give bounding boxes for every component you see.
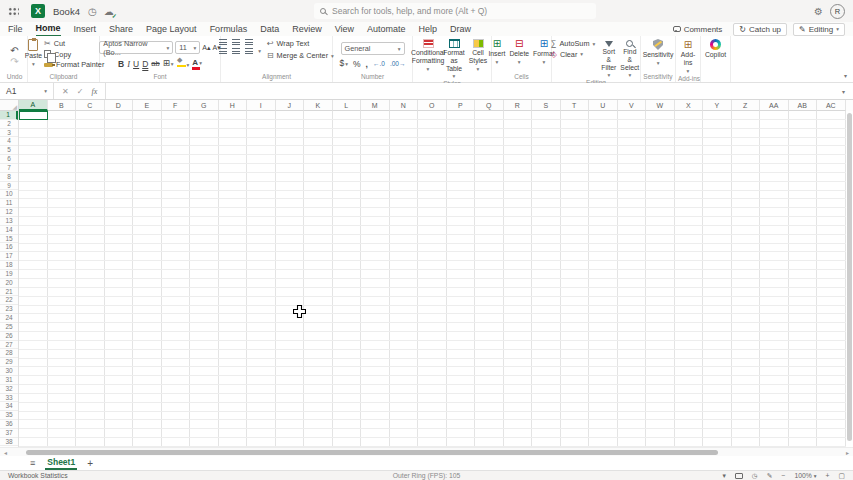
row-header-5[interactable]: 5 <box>0 146 18 155</box>
menu-tab-home[interactable]: Home <box>36 22 61 37</box>
row-header-12[interactable]: 12 <box>0 208 18 217</box>
menu-tab-review[interactable]: Review <box>292 23 322 36</box>
menu-tab-automate[interactable]: Automate <box>367 23 406 36</box>
double-underline-button[interactable]: D <box>142 59 148 69</box>
menu-tab-data[interactable]: Data <box>260 23 279 36</box>
strikethrough-button[interactable]: ab <box>151 59 159 69</box>
align-middle-icon[interactable] <box>232 39 240 45</box>
borders-button[interactable]: ⊞▾ <box>163 58 174 69</box>
row-header-26[interactable]: 26 <box>0 332 18 341</box>
row-header-33[interactable]: 33 <box>0 394 18 403</box>
row-header-1[interactable]: 1 <box>0 111 18 120</box>
app-launcher-icon[interactable] <box>8 6 19 17</box>
vertical-scrollbar-thumb[interactable] <box>847 113 852 441</box>
column-header-y[interactable]: Y <box>703 100 732 111</box>
row-header-24[interactable]: 24 <box>0 314 18 323</box>
grow-font-button[interactable]: A▴ <box>202 43 210 53</box>
column-header-s[interactable]: S <box>532 100 561 111</box>
status-chevron-icon[interactable]: ▾ <box>722 472 725 480</box>
menu-tab-insert[interactable]: Insert <box>74 23 97 36</box>
comma-style-button[interactable]: , <box>366 59 368 69</box>
comments-button[interactable]: Comments <box>668 24 728 35</box>
column-header-n[interactable]: N <box>390 100 419 111</box>
font-size-select[interactable]: 11▾ <box>175 41 200 54</box>
undo-button[interactable]: ↶ <box>10 45 18 56</box>
column-header-c[interactable]: C <box>76 100 105 111</box>
insert-function-icon[interactable]: fx <box>91 87 97 96</box>
column-header-m[interactable]: M <box>361 100 390 111</box>
font-name-select[interactable]: Aptos Narrow (Bo...▾ <box>99 41 173 54</box>
zoom-out-button[interactable]: − <box>781 472 785 479</box>
formula-bar-expand-icon[interactable]: ▾ <box>834 88 853 95</box>
row-header-19[interactable]: 19 <box>0 270 18 279</box>
avatar[interactable]: R <box>830 4 845 19</box>
column-header-l[interactable]: L <box>333 100 362 111</box>
column-header-q[interactable]: Q <box>475 100 504 111</box>
row-header-9[interactable]: 9 <box>0 182 18 191</box>
status-pencil-icon[interactable]: ✎ <box>767 472 773 480</box>
column-header-e[interactable]: E <box>133 100 162 111</box>
menu-tab-formulas[interactable]: Formulas <box>210 23 248 36</box>
document-title[interactable]: Book4 <box>53 6 80 17</box>
column-header-h[interactable]: H <box>219 100 248 111</box>
row-header-35[interactable]: 35 <box>0 411 18 420</box>
insert-cells-button[interactable]: ⊞ Insert ▾ <box>486 39 507 72</box>
row-header-23[interactable]: 23 <box>0 305 18 314</box>
merge-center-button[interactable]: ⊟Merge & Center▾ <box>267 51 334 60</box>
wrap-text-button[interactable]: ↩Wrap Text <box>267 39 334 48</box>
column-header-ab[interactable]: AB <box>789 100 818 111</box>
row-header-30[interactable]: 30 <box>0 367 18 376</box>
sheet-menu-icon[interactable]: ≡ <box>30 458 35 468</box>
enter-icon[interactable]: ✓ <box>77 87 84 96</box>
orientation-chevron-icon[interactable]: ▾ <box>258 48 261 54</box>
menu-tab-page-layout[interactable]: Page Layout <box>146 23 197 36</box>
row-header-22[interactable]: 22 <box>0 296 18 305</box>
row-header-3[interactable]: 3 <box>0 129 18 138</box>
sheet-tab-sheet1[interactable]: Sheet1 <box>45 456 77 470</box>
row-header-38[interactable]: 38 <box>0 438 18 447</box>
row-header-8[interactable]: 8 <box>0 173 18 182</box>
column-header-a[interactable]: A <box>19 100 48 111</box>
column-header-d[interactable]: D <box>105 100 134 111</box>
row-header-14[interactable]: 14 <box>0 226 18 235</box>
number-format-select[interactable]: General▾ <box>341 42 405 55</box>
align-right-icon[interactable] <box>245 48 253 54</box>
column-header-f[interactable]: F <box>162 100 191 111</box>
bold-button[interactable]: B <box>118 59 124 69</box>
copilot-button[interactable]: Copilot <box>703 39 728 72</box>
column-header-u[interactable]: U <box>589 100 618 111</box>
column-header-z[interactable]: Z <box>732 100 761 111</box>
column-header-r[interactable]: R <box>504 100 533 111</box>
column-header-v[interactable]: V <box>618 100 647 111</box>
name-box[interactable]: A1 ▾ <box>0 83 54 99</box>
display-mode-icon[interactable] <box>735 473 743 479</box>
row-header-7[interactable]: 7 <box>0 164 18 173</box>
editing-mode-button[interactable]: ✎ Editing ▾ <box>793 23 845 36</box>
align-left-icon[interactable] <box>219 48 227 54</box>
menu-tab-file[interactable]: File <box>8 23 23 36</box>
percent-style-button[interactable]: % <box>353 59 361 69</box>
row-header-17[interactable]: 17 <box>0 252 18 261</box>
zoom-in-button[interactable]: + <box>826 472 830 479</box>
zoom-level-dropdown[interactable]: 100%▾ <box>794 472 816 479</box>
excel-logo-icon[interactable]: X <box>31 4 45 18</box>
redo-button[interactable]: ↷ <box>10 56 18 67</box>
column-header-w[interactable]: W <box>646 100 675 111</box>
underline-button[interactable]: U <box>133 59 139 69</box>
column-header-ac[interactable]: AC <box>817 100 846 111</box>
workbook-statistics-button[interactable]: Workbook Statistics <box>8 472 68 479</box>
column-header-p[interactable]: P <box>447 100 476 111</box>
cells-canvas[interactable] <box>19 111 846 447</box>
fullscreen-icon[interactable]: ▢ <box>839 472 845 480</box>
row-header-28[interactable]: 28 <box>0 349 18 358</box>
status-clock-icon[interactable]: ◷ <box>752 472 758 480</box>
row-header-13[interactable]: 13 <box>0 217 18 226</box>
column-header-b[interactable]: B <box>48 100 77 111</box>
settings-gear-icon[interactable]: ⚙ <box>814 6 823 17</box>
row-header-6[interactable]: 6 <box>0 155 18 164</box>
search-input[interactable] <box>332 6 590 16</box>
catch-up-button[interactable]: ↻ Catch up <box>733 23 787 36</box>
row-header-37[interactable]: 37 <box>0 429 18 438</box>
row-header-36[interactable]: 36 <box>0 420 18 429</box>
increase-decimal-button[interactable]: .00→ <box>390 59 406 69</box>
